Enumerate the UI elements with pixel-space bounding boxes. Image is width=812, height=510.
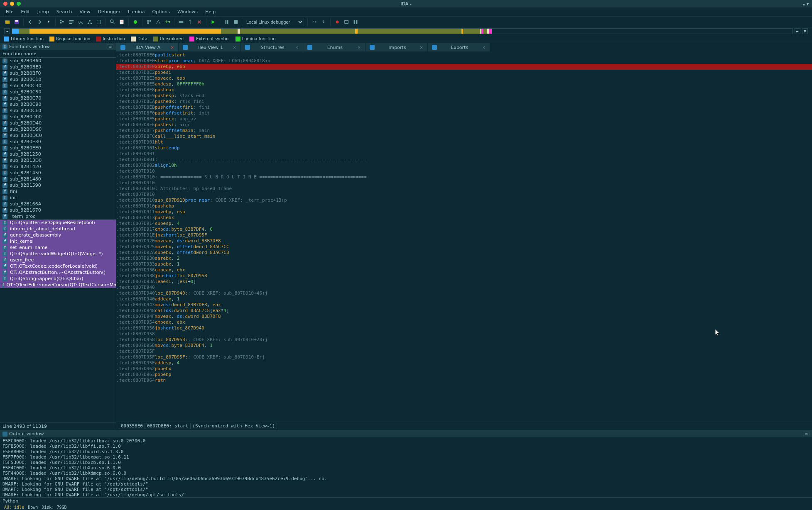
disasm-line[interactable]: .text:0807D940 loc_807D940: ; CODE XREF:… [116, 290, 812, 296]
function-row[interactable]: fsub_82B0BE0 [0, 64, 116, 70]
menu-edit[interactable]: Edit [17, 8, 33, 15]
tab-close-icon[interactable]: ✕ [233, 45, 236, 50]
text-icon[interactable] [68, 19, 75, 25]
disasm-line[interactable]: .text:0807D910 [116, 192, 812, 198]
function-row[interactable]: fsub_82B1670 [0, 207, 116, 213]
function-row[interactable]: fsub_82B0CE0 [0, 107, 116, 114]
disasm-line[interactable]: .text:0807D95F [116, 349, 812, 354]
disasm-line[interactable]: .text:0807D8E3 mov ecx, esp [116, 76, 812, 81]
disasm-line[interactable]: .text:0807D8E9 push esp ; stack_end [116, 93, 812, 99]
disasm-line[interactable]: .text:0807D910 ; Attributes: bp-based fr… [116, 186, 812, 192]
function-row[interactable]: fsub_82B1450 [0, 170, 116, 176]
nav-right-arrow[interactable]: ► [795, 28, 800, 34]
disasm-line[interactable]: .text:0807D948 call ds:dword_83AC7C8[eax… [116, 308, 812, 314]
nav-dropdown[interactable]: ▾ [45, 19, 52, 25]
disasm-line[interactable]: .text:0807D95F add esp, 4 [116, 360, 812, 366]
function-row[interactable]: finit_kernel [0, 238, 116, 244]
tab-hex-view-1[interactable]: Hex View-1✕ [179, 43, 241, 51]
disasm-line[interactable]: .text:0807D8F6 push esi ; argc [116, 122, 812, 128]
disasm-line[interactable]: .text:0807D91E jnz short loc_807D95F [116, 232, 812, 238]
function-row[interactable]: fQT::QSplitter::setOpaqueResize(bool) [0, 220, 116, 226]
disasm-line[interactable]: .text:0807D8E0 start proc near ; DATA XR… [116, 58, 812, 64]
menu-lumina[interactable]: Lumina [125, 8, 148, 15]
function-row[interactable]: fsub_82B0BF0 [0, 70, 116, 76]
disasm-line[interactable]: .text:0807D933 sub ebx, 1 [116, 261, 812, 267]
functions-col-header[interactable]: Function name [0, 50, 116, 58]
tab-close-icon[interactable]: ✕ [420, 45, 423, 50]
disasm-line[interactable]: .text:0807D910 ; =============== S U B R… [116, 174, 812, 180]
search-icon[interactable] [109, 19, 116, 25]
disasm-line[interactable]: .text:0807D8F7 push offset main ; main [116, 128, 812, 134]
disasm-line[interactable]: .text:0807D910 [116, 180, 812, 186]
panel-menu-icon[interactable]: ▭ [107, 44, 113, 49]
disasm-line[interactable]: .text:0807D8F5 push ecx ; ubp_av [116, 116, 812, 122]
function-row[interactable]: fQT::QAbstractButton::~QAbstractButton() [0, 269, 116, 276]
disasm-line[interactable]: .text:0807D910 push ebp [116, 203, 812, 209]
disasm-line[interactable]: .text:0807D913 push ebx [116, 215, 812, 221]
disasm-line[interactable]: .text:0807D8E0 public start [116, 52, 812, 58]
graph-icon[interactable] [86, 19, 93, 25]
run-button[interactable] [210, 19, 216, 25]
menu-view[interactable]: View [76, 8, 93, 15]
disasm-line[interactable]: .text:0807D94F mov eax, ds:dword_83B7DF8 [116, 314, 812, 320]
green-dot-icon[interactable] [132, 19, 139, 25]
function-row[interactable]: fsub_82B1420 [0, 163, 116, 170]
function-row[interactable]: fsub_82B0C70 [0, 95, 116, 101]
function-row[interactable]: fsub_82B13D0 [0, 157, 116, 163]
minimize-window-button[interactable] [10, 2, 14, 6]
doc-icon[interactable] [118, 19, 125, 25]
menu-file[interactable]: File [2, 8, 17, 15]
function-row[interactable]: fset_enum_name [0, 244, 116, 251]
disasm-line[interactable]: .text:0807D8EA push edx ; rtld_fini [116, 99, 812, 105]
disasm-line[interactable]: .text:0807D8E5 and esp, 0FFFFFFF0h [116, 81, 812, 87]
tab-ida-view-a[interactable]: IDA View-A✕ [116, 43, 179, 51]
tool-icon-5[interactable] [343, 19, 350, 25]
tab-enums[interactable]: Enums✕ [303, 43, 366, 51]
function-row[interactable]: fQT::QTextEdit::moveCursor(QT::QTextCurs… [0, 282, 116, 288]
menu-help[interactable]: Help [202, 8, 219, 15]
menu-options[interactable]: Options [149, 8, 173, 15]
console-lang-label[interactable]: Python [2, 498, 18, 504]
disasm-line[interactable]: .text:0807D962 pop ebx [116, 366, 812, 372]
close-window-button[interactable] [3, 2, 7, 6]
disasm-line[interactable]: .text:0807D954 cmp eax, ebx [116, 320, 812, 325]
hex-icon[interactable]: 0x [77, 19, 84, 25]
stop-button[interactable] [233, 19, 239, 25]
tab-exports[interactable]: Exports✕ [428, 43, 490, 51]
disasm-line[interactable]: .text:0807D8FC call ___libc_start_main [116, 134, 812, 139]
menu-jump[interactable]: Jump [34, 8, 52, 15]
output-menu-icon[interactable]: ▭ [803, 432, 810, 436]
pause-button[interactable] [223, 19, 230, 25]
disasm-line[interactable]: .text:0807D917 cmp ds:byte_83B7DF4, 0 [116, 227, 812, 232]
step-into-icon[interactable] [320, 19, 327, 25]
function-row[interactable]: finform_idc_about_debthread [0, 226, 116, 232]
tab-close-icon[interactable]: ✕ [171, 45, 174, 50]
function-row[interactable]: fsub_82B0B60 [0, 58, 116, 64]
disasm-line[interactable]: .text:0807D936 cmp eax, ebx [116, 267, 812, 273]
function-row[interactable]: fQT::QString::append(QT::QChar) [0, 276, 116, 282]
function-row[interactable]: fsub_82B0D00 [0, 114, 116, 120]
disasm-line[interactable]: .text:0807D925 mov ebx, offset dword_83A… [116, 244, 812, 250]
disasm-line[interactable]: .text:0807D958 loc_807D958: ; CODE XREF:… [116, 337, 812, 343]
tab-close-icon[interactable]: ✕ [295, 45, 299, 50]
disasm-line[interactable]: .text:0807D93A lea esi, [esi+0] [116, 279, 812, 285]
disasm-line[interactable]: .text:0807D910 [116, 168, 812, 174]
function-row[interactable]: fsub_82B1250 [0, 151, 116, 157]
breakpoint-icon[interactable] [334, 19, 341, 25]
tool-icon-2[interactable] [155, 19, 162, 25]
disasm-line[interactable]: .text:0807D938 jnb short loc_807D958 [116, 273, 812, 279]
function-row[interactable]: fsub_82B0D90 [0, 126, 116, 132]
nav-left-arrow[interactable]: ◄ [4, 28, 10, 34]
function-row[interactable]: fsub_82B0C30 [0, 83, 116, 89]
tab-close-icon[interactable]: ✕ [482, 45, 486, 50]
tool-icon-3[interactable] [178, 19, 184, 25]
disasm-line[interactable]: .text:0807D943 mov ds:dword_83B7DF8, eax [116, 302, 812, 308]
disasm-line[interactable]: .text:0807D8E2 pop esi [116, 70, 812, 76]
function-row[interactable]: fqsem_free [0, 257, 116, 263]
disasm-line[interactable]: .text:0807D901 ; -----------------------… [116, 157, 812, 163]
function-row[interactable]: fsub_82B166A [0, 201, 116, 207]
disasm-line[interactable]: .text:0807D920 mov eax, ds:dword_83B7DF8 [116, 238, 812, 244]
disasm-line[interactable]: .text:0807D92A sub ebx, offset dword_83A… [116, 250, 812, 256]
disasm-line[interactable]: .text:0807D958 [116, 331, 812, 337]
disasm-line[interactable]: .text:0807D8F0 push offset init ; init [116, 110, 812, 116]
